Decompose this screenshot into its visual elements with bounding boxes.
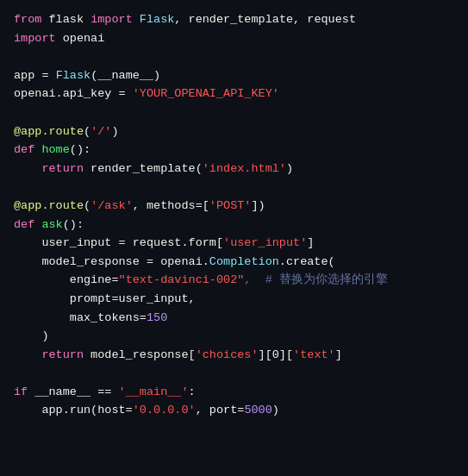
code-line: prompt=user_input, [14, 290, 454, 309]
code-line: def home(): [14, 141, 454, 160]
code-line: user_input = request.form['user_input'] [14, 234, 454, 253]
code-line [14, 364, 454, 383]
code-line: if __name__ == '__main__': [14, 383, 454, 402]
code-line: @app.route('/') [14, 122, 454, 141]
code-editor: from flask import Flask, render_template… [0, 0, 468, 476]
code-line: app = Flask(__name__) [14, 66, 454, 85]
code-line: return model_response['choices'][0]['tex… [14, 346, 454, 365]
code-line [14, 103, 454, 122]
code-block: from flask import Flask, render_template… [14, 10, 454, 420]
code-line: ) [14, 327, 454, 346]
code-line: model_response = openai.Completion.creat… [14, 253, 454, 272]
code-line: max_tokens=150 [14, 309, 454, 328]
code-line: openai.api_key = 'YOUR_OPENAI_API_KEY' [14, 85, 454, 103]
code-line: import openai [14, 29, 454, 48]
code-line: app.run(host='0.0.0.0', port=5000) [14, 401, 454, 420]
code-line: def ask(): [14, 216, 454, 235]
code-line: from flask import Flask, render_template… [14, 10, 454, 29]
code-line [14, 178, 454, 197]
code-line: return render_template('index.html') [14, 160, 454, 178]
code-line: @app.route('/ask', methods=['POST']) [14, 197, 454, 216]
code-line: engine="text-davinci-002", # 替换为你选择的引擎 [14, 271, 454, 290]
code-line [14, 47, 454, 66]
